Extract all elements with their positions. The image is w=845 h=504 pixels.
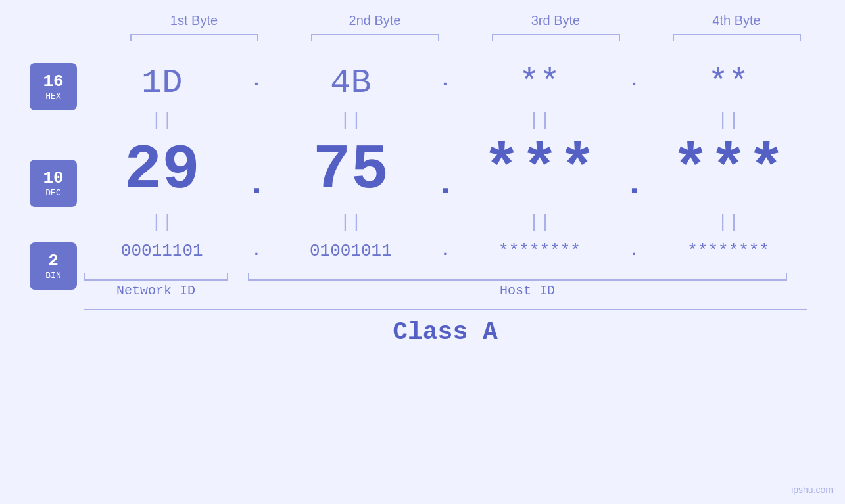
dec-sep-3: . — [624, 139, 644, 204]
bracket-sep — [228, 273, 248, 281]
dec-badge-row: 10 DEC — [30, 144, 77, 223]
bottom-brackets — [84, 273, 807, 281]
dec-badge-number: 10 — [43, 169, 63, 188]
hex-b1: 1D — [89, 53, 234, 107]
content-wrapper: 16 HEX 10 DEC 2 BIN — [0, 53, 845, 346]
bin-badge-label: BIN — [45, 271, 60, 281]
eq2-b1: || — [89, 209, 234, 235]
dec-sep-2: . — [435, 139, 455, 204]
byte-header-4: 4th Byte — [664, 13, 809, 28]
data-grid: 1D . 4B . ** . ** || || || || 29 — [84, 53, 807, 346]
watermark: ipshu.com — [791, 484, 833, 495]
bracket-4 — [673, 34, 801, 41]
hex-b2: 4B — [278, 53, 423, 107]
eq2-b3: || — [468, 209, 612, 235]
bracket-2 — [311, 34, 439, 41]
dec-badge: 10 DEC — [30, 160, 77, 207]
eq1-b1: || — [89, 107, 234, 133]
eq2-sep-2 — [435, 209, 455, 235]
dec-sep-1: . — [247, 139, 266, 204]
hex-b4: ** — [656, 53, 801, 107]
bin-badge: 2 BIN — [30, 242, 77, 290]
bin-sep-1: . — [247, 243, 266, 260]
top-brackets — [104, 34, 827, 41]
eq2-b2: || — [278, 209, 423, 235]
hex-row: 1D . 4B . ** . ** — [84, 53, 807, 107]
byte-headers: 1st Byte 2nd Byte 3rd Byte 4th Byte — [104, 13, 827, 28]
eq2-sep-1 — [247, 209, 266, 235]
hex-badge-row: 16 HEX — [30, 53, 77, 120]
main-container: 1st Byte 2nd Byte 3rd Byte 4th Byte 16 H… — [0, 0, 845, 504]
bin-sep-3: . — [624, 243, 644, 260]
dec-b4: *** — [656, 133, 801, 209]
hex-sep-1: . — [247, 70, 266, 91]
bin-b3: ******** — [468, 235, 612, 267]
dec-b2: 75 — [278, 133, 423, 209]
host-id-label: Host ID — [248, 283, 807, 298]
hex-sep-2: . — [435, 70, 455, 91]
eq1-sep-3 — [624, 107, 644, 133]
hex-badge-label: HEX — [45, 91, 60, 101]
badges-column: 16 HEX 10 DEC 2 BIN — [0, 53, 77, 346]
hex-badge: 16 HEX — [30, 63, 77, 110]
bracket-3 — [492, 34, 620, 41]
labels-row: Network ID Host ID — [84, 283, 807, 298]
dec-badge-label: DEC — [45, 188, 60, 198]
class-label: Class A — [84, 309, 807, 346]
network-id-label: Network ID — [84, 283, 228, 298]
hex-badge-number: 16 — [43, 72, 63, 91]
bin-sep-2: . — [435, 243, 455, 260]
eq1-b3: || — [468, 107, 612, 133]
dec-b3: *** — [468, 133, 612, 209]
equals-row-2: || || || || — [84, 209, 807, 235]
eq2-sep-3 — [624, 209, 644, 235]
eq1-sep-1 — [247, 107, 266, 133]
bin-badge-row: 2 BIN — [30, 246, 77, 286]
bin-b1: 00011101 — [89, 235, 234, 267]
byte-header-1: 1st Byte — [122, 13, 266, 28]
bin-b4: ******** — [656, 235, 801, 267]
bracket-1 — [130, 34, 258, 41]
dec-b1: 29 — [89, 133, 234, 209]
eq1-b2: || — [278, 107, 423, 133]
equals-row-1: || || || || — [84, 107, 807, 133]
eq2-b4: || — [656, 209, 801, 235]
bin-row: 00011101 . 01001011 . ******** . *******… — [84, 235, 807, 267]
bin-badge-number: 2 — [48, 252, 59, 271]
bracket-network — [84, 273, 228, 281]
byte-header-2: 2nd Byte — [302, 13, 447, 28]
bin-b2: 01001011 — [278, 235, 423, 267]
byte-header-3: 3rd Byte — [483, 13, 628, 28]
eq1-b4: || — [656, 107, 801, 133]
dec-row: 29 . 75 . *** . *** — [84, 133, 807, 209]
bracket-host — [248, 273, 787, 281]
eq1-sep-2 — [435, 107, 455, 133]
eq1-spacer — [30, 120, 77, 144]
hex-sep-3: . — [624, 70, 644, 91]
hex-b3: ** — [468, 53, 612, 107]
